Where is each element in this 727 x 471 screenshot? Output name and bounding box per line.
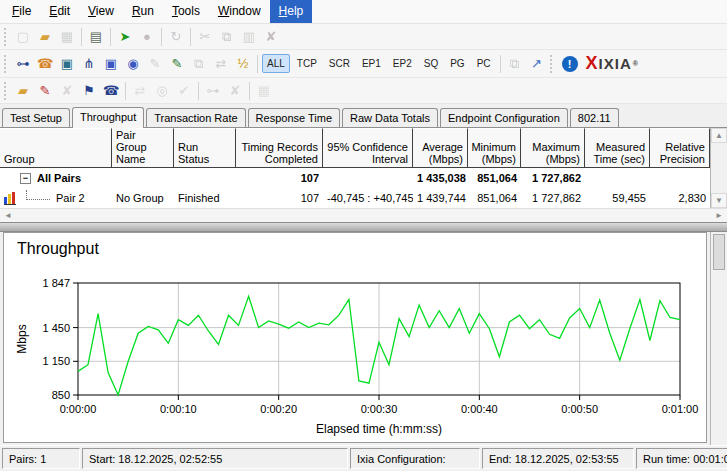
scroll-left-arrow[interactable]: ◄ — [0, 210, 16, 222]
tab-802-11[interactable]: 802.11 — [570, 108, 619, 127]
tab-transaction-rate[interactable]: Transaction Rate — [146, 108, 245, 127]
menu-run[interactable]: Run — [123, 0, 163, 23]
compare-results-icon[interactable]: ⚑ — [78, 81, 100, 101]
column-header-95-confidence-interval[interactable]: 95% Confidence Interval — [323, 128, 413, 168]
menu-tools[interactable]: Tools — [163, 0, 209, 23]
menu-bar: FileEditViewRunToolsWindowHelp — [0, 0, 727, 24]
toolbar-grip[interactable] — [4, 55, 8, 73]
view-button-sq[interactable]: SQ — [419, 54, 443, 73]
chart-zone: Throughput 1 8471 4501 1508500:00:000:00… — [0, 232, 727, 445]
table-row-all-pairs[interactable]: −All Pairs1071 435,038851,0641 727,862 — [0, 168, 710, 188]
view-button-tcp[interactable]: TCP — [292, 54, 322, 73]
menu-view[interactable]: View — [79, 0, 123, 23]
x-tick-label: 0:00:40 — [461, 403, 498, 415]
toolbar-separator — [249, 82, 250, 100]
cell-pair-group-name: No Group — [112, 192, 174, 204]
add-pair-icon[interactable]: ⊶ — [12, 54, 34, 74]
add-video-stream-icon[interactable]: ◉ — [122, 54, 144, 74]
cell-minimum-mbps: 851,064 — [468, 192, 521, 204]
pair-name-cell: Pair 2 — [0, 188, 112, 208]
column-header-run-status[interactable]: Run Status — [174, 128, 236, 168]
info-icon[interactable]: ! — [562, 56, 578, 72]
toolbar-separator — [257, 55, 258, 73]
status-cell-run-time: Run time: 00:01:00 — [636, 448, 727, 469]
add-video-pair-icon[interactable]: ▣ — [56, 54, 78, 74]
column-header-measured-time-sec[interactable]: Measured Time (sec) — [585, 128, 650, 168]
swap-endpoints-icon: ⇄ — [210, 54, 232, 74]
collapse-group-button[interactable]: − — [20, 173, 31, 184]
export-window-icon[interactable]: ↗ — [526, 54, 548, 74]
table-horizontal-scrollbar[interactable]: ◄ ► — [0, 208, 727, 222]
y-axis-label: Mbps — [15, 324, 29, 353]
edit-script-icon[interactable]: ✎ — [166, 54, 188, 74]
column-header-relative-precision[interactable]: Relative Precision — [650, 128, 710, 168]
pair-name: Pair 2 — [56, 192, 85, 204]
x-tick-label: 0:00:20 — [260, 403, 297, 415]
scroll-down-arrow[interactable]: ▼ — [711, 193, 727, 208]
table-vertical-scrollbar[interactable]: ▲ ▼ — [710, 128, 727, 208]
toolbar-pairs-views: ⊶☎▣⋔▣◉✎✎⧉⇄½ ALLTCPSCREP1EP2SQPGPC ⧉↗ ! X… — [0, 50, 727, 78]
add-multicast-group-icon[interactable]: ⋔ — [78, 54, 100, 74]
toolbar-grip[interactable] — [550, 55, 554, 73]
pair-chart-icon — [4, 192, 16, 205]
throughput-chart-panel: Throughput 1 8471 4501 1508500:00:000:00… — [3, 232, 707, 443]
y-tick-label: 1 450 — [42, 322, 70, 334]
menu-help[interactable]: Help — [270, 0, 313, 23]
abort-run-icon: ✘ — [56, 81, 78, 101]
ixia-logo-registered: ® — [633, 60, 638, 67]
scroll-right-arrow[interactable]: ► — [711, 210, 727, 222]
group-items-icon: ▦ — [253, 81, 275, 101]
annotate-run-icon[interactable]: ✎ — [34, 81, 56, 101]
menu-file[interactable]: File — [3, 0, 40, 23]
toolbar-grip[interactable] — [4, 82, 8, 100]
replicate-pair-icon: ⧉ — [188, 54, 210, 74]
renumber-pairs-icon[interactable]: ½ — [232, 54, 254, 74]
pairs-table: GroupPair Group NameRun StatusTiming Rec… — [0, 128, 710, 208]
resync-icon: ⇄ — [129, 81, 151, 101]
view-button-scr[interactable]: SCR — [324, 54, 355, 73]
scrollbar-thumb[interactable] — [713, 234, 725, 270]
save-test-icon: ▦ — [56, 27, 78, 47]
cell-minimum-mbps: 851,064 — [468, 172, 521, 184]
view-button-pg[interactable]: PG — [445, 54, 469, 73]
tab-test-setup[interactable]: Test Setup — [2, 108, 70, 127]
chart-bar — [12, 192, 15, 204]
chart-bar — [8, 194, 11, 204]
toolbar-grip[interactable] — [4, 28, 8, 46]
pairs-table-body: −All Pairs1071 435,038851,0641 727,862Pa… — [0, 168, 710, 208]
y-tick-label: 1 150 — [42, 355, 70, 367]
menu-window[interactable]: Window — [209, 0, 270, 23]
run-results-folder-icon[interactable]: ▰ — [12, 81, 34, 101]
table-row-pair-2[interactable]: Pair 2No GroupFinished107-40,745 : +40,7… — [0, 188, 710, 208]
ixia-logo-text: IXIA — [599, 55, 632, 72]
cell-average-mbps: 1 435,038 — [413, 172, 468, 184]
tab-endpoint-configuration[interactable]: Endpoint Configuration — [440, 108, 568, 127]
run-test-icon[interactable]: ➤ — [114, 27, 136, 47]
open-test-icon[interactable]: ▰ — [34, 27, 56, 47]
column-header-average-mbps[interactable]: Average (Mbps) — [413, 128, 468, 168]
tab-raw-data-totals[interactable]: Raw Data Totals — [342, 108, 438, 127]
view-button-ep1[interactable]: EP1 — [357, 54, 386, 73]
stop-test-icon: ● — [136, 27, 158, 47]
group-name: All Pairs — [37, 172, 81, 184]
column-header-minimum-mbps[interactable]: Minimum (Mbps) — [468, 128, 521, 168]
status-cell-end: End: 18.12.2025, 02:53:55 — [482, 448, 634, 469]
tab-throughput[interactable]: Throughput — [72, 107, 144, 128]
menu-edit[interactable]: Edit — [40, 0, 79, 23]
column-header-pair-group-name[interactable]: Pair Group Name — [112, 128, 174, 168]
column-header-maximum-mbps[interactable]: Maximum (Mbps) — [521, 128, 585, 168]
view-button-all[interactable]: ALL — [262, 54, 290, 73]
pane-splitter[interactable] — [0, 222, 727, 232]
tab-response-time[interactable]: Response Time — [248, 108, 340, 127]
scroll-up-arrow[interactable]: ▲ — [711, 128, 727, 143]
column-header-group[interactable]: Group — [0, 128, 112, 168]
view-button-pc[interactable]: PC — [472, 54, 496, 73]
chart-vertical-scrollbar[interactable] — [710, 232, 727, 445]
column-header-timing-records-completed[interactable]: Timing Records Completed — [236, 128, 323, 168]
view-button-ep2[interactable]: EP2 — [388, 54, 417, 73]
dial-run-icon[interactable]: ☎ — [100, 81, 122, 101]
add-video-multicast-icon[interactable]: ▣ — [100, 54, 122, 74]
pairs-table-header: GroupPair Group NameRun StatusTiming Rec… — [0, 128, 710, 168]
add-voip-pair-icon[interactable]: ☎ — [34, 54, 56, 74]
print-icon[interactable]: ▤ — [85, 27, 107, 47]
